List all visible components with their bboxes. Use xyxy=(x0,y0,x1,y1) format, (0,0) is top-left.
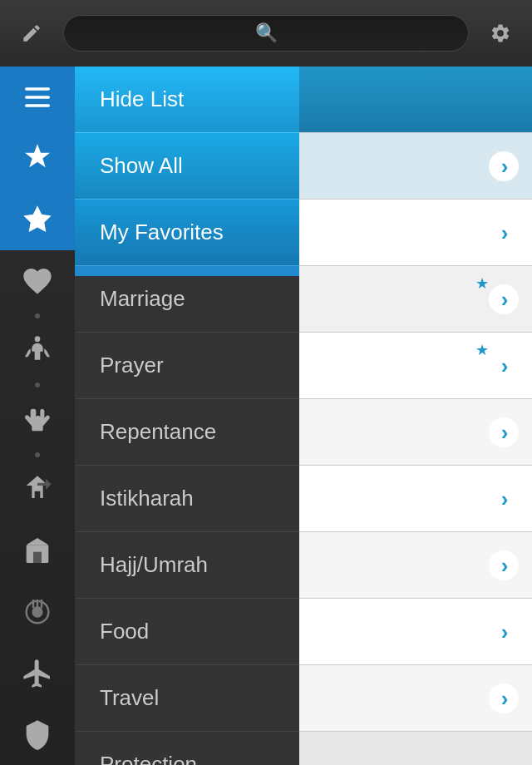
sidebar-item-dua[interactable] xyxy=(0,389,75,451)
sidebar-item-food[interactable] xyxy=(0,581,75,643)
svg-rect-2 xyxy=(25,104,50,106)
dropdown-item-hajj[interactable]: Hajj/Umrah xyxy=(75,532,299,599)
dropdown-item-show-all[interactable]: Show All xyxy=(75,133,299,200)
dropdown-label-repentance: Repentance xyxy=(100,419,216,445)
svg-rect-1 xyxy=(25,96,50,98)
sidebar-item-islamic[interactable] xyxy=(0,128,75,190)
dropdown-panel: Hide List Show All My Favorites Marriage… xyxy=(75,67,299,765)
chevron-fav1 xyxy=(489,284,519,314)
dropdown-label-travel: Travel xyxy=(100,685,159,711)
dropdown-item-travel[interactable]: Travel xyxy=(75,665,299,732)
chevron-er xyxy=(489,218,519,248)
dropdown-label-show-all: Show All xyxy=(100,153,183,179)
sidebar-item-heart[interactable] xyxy=(0,250,75,312)
star-badge-2: ★ xyxy=(475,341,489,359)
dropdown-item-istikharah[interactable]: Istikharah xyxy=(75,466,299,532)
dropdown-item-repentance[interactable]: Repentance xyxy=(75,399,299,466)
dropdown-item-prayer[interactable]: Prayer xyxy=(75,333,299,399)
chevron-call-prayer xyxy=(489,617,519,647)
dropdown-item-my-favorites[interactable]: My Favorites xyxy=(75,200,299,266)
sidebar-item-prayer[interactable] xyxy=(0,320,75,382)
sidebar-item-kaaba[interactable] xyxy=(0,520,75,581)
dropdown-label-hajj: Hajj/Umrah xyxy=(100,552,208,578)
svg-point-4 xyxy=(35,337,41,343)
top-bar: 🔍 xyxy=(0,0,532,67)
search-bar[interactable]: 🔍 xyxy=(63,15,469,52)
svg-rect-7 xyxy=(33,552,42,563)
svg-marker-3 xyxy=(25,145,50,168)
chevron-satan xyxy=(489,417,519,447)
dropdown-item-marriage[interactable]: Marriage xyxy=(75,266,299,333)
search-icon: 🔍 xyxy=(255,22,278,44)
dropdown-label-food: Food xyxy=(100,619,149,644)
settings-button[interactable] xyxy=(485,18,515,48)
sidebar-item-travel[interactable] xyxy=(0,643,75,704)
chevron-ayer xyxy=(489,484,519,514)
sidebar-dot-1 xyxy=(35,312,40,320)
dropdown-item-protection[interactable]: Protection xyxy=(75,732,299,765)
dropdown-label-hide-list: Hide List xyxy=(100,86,184,112)
dropdown-item-food[interactable]: Food xyxy=(75,599,299,665)
sidebar-item-favorites[interactable] xyxy=(0,189,75,250)
svg-point-12 xyxy=(32,606,42,617)
dropdown-label-marriage: Marriage xyxy=(100,286,185,312)
dropdown-label-istikharah: Istikharah xyxy=(100,486,194,511)
chevron-witr xyxy=(489,684,519,713)
sidebar-dot-2 xyxy=(35,381,40,389)
svg-marker-6 xyxy=(27,538,49,545)
sidebar-item-protection[interactable] xyxy=(0,703,75,765)
chevron-paren xyxy=(489,550,519,580)
edit-button[interactable] xyxy=(17,18,47,48)
chevron-morning-evening xyxy=(489,151,519,181)
chevron-prayer xyxy=(489,351,519,381)
sidebar-item-qibla[interactable] xyxy=(0,459,75,521)
star-badge-1: ★ xyxy=(475,274,489,293)
sidebar xyxy=(0,67,75,765)
dropdown-item-hide-list[interactable]: Hide List xyxy=(75,67,299,133)
main-layout: Hide List Show All My Favorites Marriage… xyxy=(0,67,532,765)
sidebar-dot-3 xyxy=(35,451,40,459)
dropdown-label-prayer: Prayer xyxy=(100,353,164,378)
svg-rect-0 xyxy=(25,87,50,90)
sidebar-item-list[interactable] xyxy=(0,67,75,128)
dropdown-label-protection: Protection xyxy=(100,752,197,765)
dropdown-label-my-favorites: My Favorites xyxy=(100,220,224,245)
